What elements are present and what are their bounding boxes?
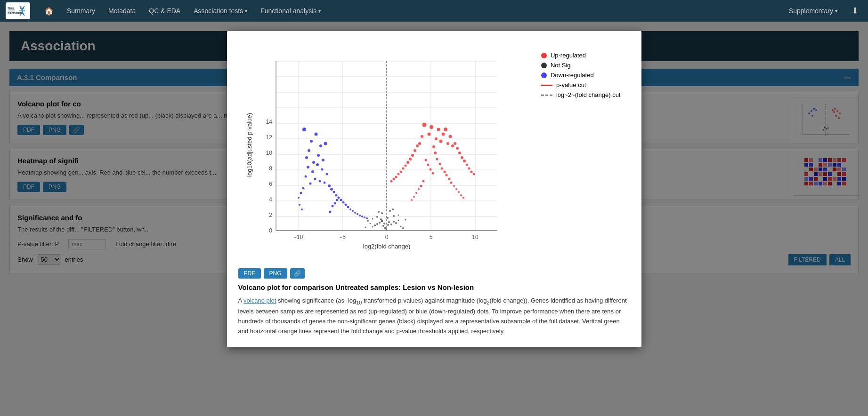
svg-point-151 (319, 144, 322, 147)
svg-point-223 (390, 180, 392, 183)
legend-notsig: Not Sig (541, 62, 621, 69)
nav-supplementary[interactable]: Supplementary ▾ (782, 0, 844, 22)
svg-point-184 (361, 216, 363, 217)
svg-point-171 (333, 191, 335, 193)
svg-text:0: 0 (269, 227, 272, 234)
svg-text:5: 5 (429, 234, 432, 240)
svg-point-212 (416, 144, 419, 147)
svg-point-121 (382, 225, 384, 227)
svg-point-229 (434, 152, 437, 154)
svg-point-214 (411, 154, 414, 157)
foldchange-cut-label: log~2~(fold change) cut (556, 91, 621, 98)
nav-functional-analysis[interactable]: Functional analysis ▾ (254, 0, 327, 22)
svg-point-127 (393, 221, 395, 223)
svg-point-118 (381, 220, 383, 223)
svg-point-160 (311, 170, 314, 173)
svg-point-197 (441, 133, 445, 136)
svg-text:6: 6 (269, 181, 272, 187)
svg-point-215 (409, 158, 412, 160)
svg-point-241 (462, 197, 464, 199)
svg-point-249 (415, 192, 417, 194)
svg-point-232 (440, 168, 443, 170)
nav-association-tests[interactable]: Association tests ▾ (187, 0, 254, 22)
nav-summary[interactable]: Summary (60, 0, 102, 22)
svg-point-204 (454, 142, 456, 145)
modal-footer-buttons: PDF PNG 🔗 (238, 268, 630, 279)
home-nav-item[interactable]: 🏠 (38, 0, 60, 22)
svg-text:10: 10 (472, 234, 479, 240)
svg-point-245 (431, 172, 434, 175)
svg-point-225 (468, 168, 470, 170)
svg-point-209 (463, 160, 466, 162)
legend-foldchange-cut: log~2~(fold change) cut (541, 91, 621, 98)
svg-point-178 (347, 206, 349, 208)
svg-text:fios: fios (8, 6, 15, 10)
modal-title: Volcano plot for comparison Untreated sa… (238, 283, 630, 291)
svg-point-234 (445, 174, 447, 176)
functional-analysis-dropdown-arrow: ▾ (318, 8, 321, 14)
svg-point-132 (369, 223, 371, 224)
svg-point-218 (402, 168, 404, 170)
svg-point-182 (357, 213, 358, 215)
svg-point-203 (427, 133, 430, 136)
svg-point-181 (354, 212, 356, 214)
nav-qc-eda[interactable]: QC & EDA (142, 0, 187, 22)
svg-text:-log10(adjusted p-value): -log10(adjusted p-value) (246, 113, 253, 179)
svg-point-123 (384, 227, 386, 230)
svg-point-251 (411, 199, 413, 201)
brand-logo[interactable]: fios GENOMICS (6, 2, 30, 19)
upregulated-dot (541, 53, 547, 58)
svg-point-205 (456, 147, 459, 150)
svg-point-145 (389, 210, 391, 212)
svg-point-175 (340, 199, 342, 201)
svg-point-246 (422, 180, 424, 183)
svg-point-208 (461, 156, 463, 159)
modal-link-button[interactable]: 🔗 (290, 268, 305, 279)
modal-png-button[interactable]: PNG (264, 268, 287, 279)
svg-point-153 (324, 142, 327, 145)
svg-point-144 (381, 212, 383, 214)
svg-point-168 (328, 184, 331, 187)
svg-point-173 (337, 197, 340, 199)
modal-overlay[interactable]: 0 2 4 6 8 10 12 14 −10 −5 0 5 10 log2(fo… (0, 22, 868, 416)
svg-point-146 (378, 211, 380, 213)
svg-text:−10: −10 (293, 234, 303, 240)
svg-point-140 (376, 216, 378, 218)
svg-text:−5: −5 (339, 234, 346, 240)
legend-downregulated: Down-regulated (541, 72, 621, 79)
svg-point-230 (436, 158, 438, 160)
svg-point-185 (364, 216, 365, 218)
svg-point-172 (335, 194, 337, 197)
nav-metadata[interactable]: Metadata (102, 0, 142, 22)
svg-point-163 (304, 176, 307, 178)
svg-point-134 (367, 220, 369, 222)
svg-point-122 (387, 224, 389, 226)
svg-point-162 (325, 173, 328, 176)
svg-point-148 (302, 128, 306, 131)
svg-point-236 (450, 182, 452, 184)
svg-point-196 (437, 128, 440, 131)
svg-point-188 (299, 204, 300, 206)
volcano-plot-link[interactable]: volcano plot (243, 297, 276, 304)
upregulated-label: Up-regulated (551, 52, 586, 59)
svg-point-195 (430, 125, 433, 129)
volcano-chart: 0 2 4 6 8 10 12 14 −10 −5 0 5 10 log2(fo… (238, 42, 521, 249)
svg-point-201 (439, 140, 442, 143)
svg-point-157 (322, 159, 324, 161)
svg-point-250 (413, 196, 415, 198)
svg-point-124 (379, 222, 381, 224)
svg-point-221 (395, 176, 397, 178)
svg-point-169 (330, 188, 333, 191)
modal-pdf-button[interactable]: PDF (238, 268, 261, 279)
svg-point-228 (432, 145, 435, 148)
svg-point-120 (388, 221, 390, 223)
svg-point-164 (314, 178, 316, 180)
svg-point-130 (372, 226, 373, 228)
svg-point-235 (448, 178, 450, 180)
supplementary-dropdown-arrow: ▾ (835, 8, 837, 14)
svg-point-126 (376, 223, 378, 225)
downregulated-dot (541, 72, 547, 78)
svg-text:8: 8 (269, 165, 272, 172)
svg-point-165 (318, 180, 321, 183)
download-button[interactable]: ⬇ (848, 6, 862, 16)
